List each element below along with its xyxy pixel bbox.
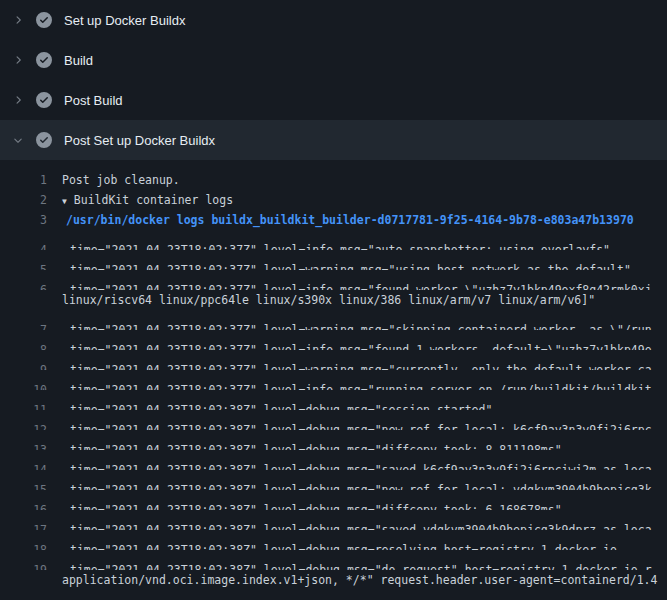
check-circle-icon: [36, 92, 52, 108]
log-line-number[interactable]: 2: [0, 190, 47, 210]
log-output: 1 Post job cleanup. 2 ▼BuildKit containe…: [0, 160, 667, 600]
step-header[interactable]: Build: [0, 40, 667, 80]
step-header[interactable]: Post Set up Docker Buildx: [0, 120, 667, 160]
log-line: 13 time="2021-04-23T18:02:38Z" level=deb…: [0, 430, 667, 450]
log-line-text: time="2021-04-23T18:02:38Z" level=debug …: [70, 440, 562, 450]
log-line-number[interactable]: 4: [0, 240, 47, 250]
log-line-number[interactable]: 5: [0, 260, 47, 270]
log-line-text: time="2021-04-23T18:02:37Z" level=info m…: [70, 240, 610, 250]
log-line-number[interactable]: 8: [0, 340, 47, 350]
log-line-text: BuildKit container logs: [74, 190, 233, 210]
log-line-number[interactable]: 18: [0, 540, 47, 550]
log-line-number[interactable]: 11: [0, 400, 47, 410]
log-line-number[interactable]: 1: [0, 170, 47, 190]
log-line: 15 time="2021-04-23T18:02:38Z" level=deb…: [0, 470, 667, 490]
log-line-text: time="2021-04-23T18:02:38Z" level=debug …: [70, 560, 652, 570]
log-line-text: time="2021-04-23T18:02:38Z" level=debug …: [70, 420, 652, 430]
log-line-text: time="2021-04-23T18:02:38Z" level=debug …: [70, 460, 652, 470]
log-line-text: time="2021-04-23T18:02:37Z" level=info m…: [70, 280, 652, 290]
log-line-text: application/vnd.oci.image.index.v1+json,…: [62, 570, 657, 590]
log-line-text: time="2021-04-23T18:02:37Z" level=info m…: [70, 380, 652, 390]
log-line: 10 time="2021-04-23T18:02:37Z" level=inf…: [0, 370, 667, 390]
check-circle-icon: [36, 12, 52, 28]
log-line-number[interactable]: 13: [0, 440, 47, 450]
log-line-text: linux/riscv64 linux/ppc64le linux/s390x …: [62, 290, 595, 310]
log-line-number[interactable]: 3: [0, 210, 47, 230]
log-line-text: /usr/bin/docker logs buildx_buildkit_bui…: [66, 210, 634, 230]
log-line-number[interactable]: 9: [0, 360, 47, 370]
log-line-number[interactable]: 17: [0, 520, 47, 530]
log-line-text: time="2021-04-23T18:02:38Z" level=debug …: [70, 540, 617, 550]
step-header[interactable]: Post Build: [0, 80, 667, 120]
log-line: 18 time="2021-04-23T18:02:38Z" level=deb…: [0, 530, 667, 550]
check-circle-icon: [36, 52, 52, 68]
log-line: 2 ▼BuildKit container logs: [0, 190, 667, 210]
log-line: 5 time="2021-04-23T18:02:37Z" level=warn…: [0, 250, 667, 270]
log-line: 11 time="2021-04-23T18:02:38Z" level=deb…: [0, 390, 667, 410]
step-title: Build: [64, 53, 93, 68]
log-line: 16 time="2021-04-23T18:02:38Z" level=deb…: [0, 490, 667, 510]
step-title: Post Build: [64, 93, 123, 108]
log-line: 8 time="2021-04-23T18:02:37Z" level=info…: [0, 330, 667, 350]
group-toggle-icon[interactable]: ▼: [62, 192, 67, 210]
chevron-right-icon: [12, 14, 24, 26]
log-line: 17 time="2021-04-23T18:02:38Z" level=deb…: [0, 510, 667, 530]
log-line-text: time="2021-04-23T18:02:38Z" level=debug …: [70, 500, 562, 510]
log-line-number[interactable]: 12: [0, 420, 47, 430]
log-line: application/vnd.oci.image.index.v1+json,…: [0, 570, 667, 590]
step-title: Set up Docker Buildx: [64, 13, 185, 28]
chevron-right-icon: [12, 134, 24, 146]
log-line-text: time="2021-04-23T18:02:37Z" level=warnin…: [70, 320, 652, 330]
log-line-text: time="2021-04-23T18:02:37Z" level=warnin…: [70, 260, 631, 270]
log-line: 6 time="2021-04-23T18:02:37Z" level=info…: [0, 270, 667, 290]
log-line: 4 time="2021-04-23T18:02:37Z" level=info…: [0, 230, 667, 250]
log-line-number[interactable]: 19: [0, 560, 47, 570]
log-line: 7 time="2021-04-23T18:02:37Z" level=warn…: [0, 310, 667, 330]
log-line-number[interactable]: 6: [0, 280, 47, 290]
log-line: 12 time="2021-04-23T18:02:38Z" level=deb…: [0, 410, 667, 430]
log-line-number[interactable]: 14: [0, 460, 47, 470]
log-line-number[interactable]: 16: [0, 500, 47, 510]
log-line-text: Post job cleanup.: [62, 170, 180, 190]
log-line-text: time="2021-04-23T18:02:37Z" level=warnin…: [70, 360, 652, 370]
step-title: Post Set up Docker Buildx: [64, 133, 215, 148]
log-line-text: time="2021-04-23T18:02:38Z" level=debug …: [70, 400, 492, 410]
log-line: 3 /usr/bin/docker logs buildx_buildkit_b…: [0, 210, 667, 230]
step-list: Set up Docker Buildx Build Post Build Po…: [0, 0, 667, 160]
log-line-text: time="2021-04-23T18:02:37Z" level=info m…: [70, 340, 652, 350]
log-line-text: time="2021-04-23T18:02:38Z" level=debug …: [70, 520, 652, 530]
log-line: 19 time="2021-04-23T18:02:38Z" level=deb…: [0, 550, 667, 570]
check-circle-icon: [36, 132, 52, 148]
chevron-right-icon: [12, 54, 24, 66]
chevron-right-icon: [12, 94, 24, 106]
step-header[interactable]: Set up Docker Buildx: [0, 0, 667, 40]
log-line-number[interactable]: 15: [0, 480, 47, 490]
actions-log-viewer: Set up Docker Buildx Build Post Build Po…: [0, 0, 667, 600]
log-line-number[interactable]: 10: [0, 380, 47, 390]
log-line: 20 time="2021-04-23T18:02:38Z" level=deb…: [0, 590, 667, 600]
log-line-number[interactable]: 7: [0, 320, 47, 330]
log-line: 1 Post job cleanup.: [0, 170, 667, 190]
log-line-text: time="2021-04-23T18:02:38Z" level=debug …: [70, 480, 652, 490]
log-line: 14 time="2021-04-23T18:02:38Z" level=deb…: [0, 450, 667, 470]
log-line: 9 time="2021-04-23T18:02:37Z" level=warn…: [0, 350, 667, 370]
log-line: linux/riscv64 linux/ppc64le linux/s390x …: [0, 290, 667, 310]
